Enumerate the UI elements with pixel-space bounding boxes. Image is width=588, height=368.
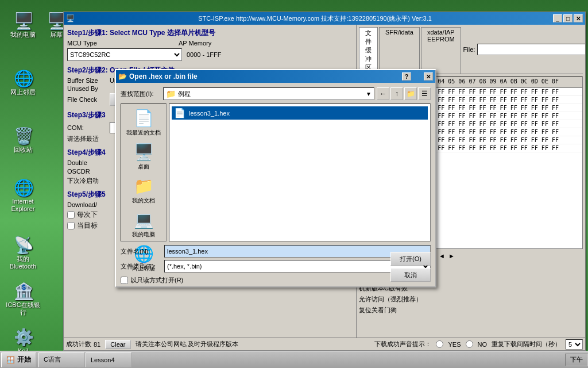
dialog-toolbar-buttons: ← ↑ 📁 ☰: [377, 87, 431, 100]
up-button[interactable]: ↑: [390, 87, 403, 100]
filetype-label: 文件类型(T):: [121, 262, 161, 271]
readonly-checkbox[interactable]: [121, 277, 128, 284]
dialog-body: 📄 我最近的文档 🖥️ 桌面 📁 我的文档 💻: [121, 103, 431, 241]
dialog-icon: 📂: [118, 72, 127, 80]
file-name: lesson3_1.hex: [189, 110, 230, 117]
file-dialog: 📂 Open .hex or .bin file ? ✕ 查找范围(I): 📁 …: [115, 69, 436, 288]
current-folder-display: 📁 例程 ▼: [163, 87, 374, 100]
back-button[interactable]: ←: [377, 87, 389, 100]
my-docs-icon: 📁: [134, 177, 154, 195]
readonly-label: 以只读方式打开(R): [130, 276, 183, 285]
dialog-toolbar: 查找范围(I): 📁 例程 ▼ ← ↑ 📁 ☰: [121, 87, 431, 100]
filename-row: 文件名(N):: [121, 245, 431, 258]
file-list[interactable]: 📄 lesson3_1.hex: [169, 103, 431, 241]
view-button[interactable]: ☰: [418, 87, 431, 100]
nav-desktop[interactable]: 🖥️ 桌面: [122, 140, 165, 173]
list-item[interactable]: 📄 lesson3_1.hex: [172, 106, 428, 120]
filename-label: 文件名(N):: [121, 247, 161, 256]
dialog-title: Open .hex or .bin file: [129, 72, 198, 80]
dialog-titlebar: 📂 Open .hex or .bin file ? ✕: [116, 70, 435, 83]
recent-docs-label: 我最近的文档: [126, 129, 161, 137]
dialog-sidebar: 📄 我最近的文档 🖥️ 桌面 📁 我的文档 💻: [121, 103, 167, 241]
my-computer-nav-icon: 💻: [134, 210, 154, 229]
cancel-action-button[interactable]: 取消: [390, 268, 431, 282]
new-folder-button[interactable]: 📁: [404, 87, 417, 100]
open-action-button[interactable]: 打开(O): [390, 252, 431, 266]
search-range-label: 查找范围(I):: [121, 90, 161, 98]
my-computer-nav-label: 我的电脑: [132, 231, 155, 239]
nav-my-docs[interactable]: 📁 我的文档: [122, 174, 165, 207]
nav-my-computer[interactable]: 💻 我的电脑: [122, 208, 165, 241]
my-docs-label: 我的文档: [132, 197, 155, 205]
dialog-action-buttons: 打开(O) 取消: [390, 252, 431, 282]
dialog-close-button[interactable]: ✕: [424, 72, 433, 80]
file-hex-icon: 📄: [174, 108, 185, 118]
current-folder-text: 例程: [178, 90, 191, 98]
desktop-nav-label: 桌面: [138, 163, 149, 171]
dialog-help-button[interactable]: ?: [402, 72, 411, 80]
filetype-row: 文件类型(T): (*.hex, *.bin): [121, 260, 431, 273]
nav-recent-docs[interactable]: 📄 我最近的文档: [122, 106, 165, 139]
dialog-footer: 文件名(N): 文件类型(T): (*.hex, *.bin) 以只读方式打开(…: [121, 245, 431, 285]
readonly-row: 以只读方式打开(R): [121, 276, 431, 285]
dialog-content: 查找范围(I): 📁 例程 ▼ ← ↑ 📁 ☰: [116, 83, 435, 289]
desktop: 🖥️ 我的电脑 🖥️ 屏幕 🌐 网上邻居 🗑️ 回收站 🌐 Internet E…: [0, 0, 588, 368]
recent-docs-icon: 📄: [134, 109, 154, 128]
desktop-icon: 🖥️: [134, 143, 154, 162]
dialog-overlay: 📂 Open .hex or .bin file ? ✕ 查找范围(I): 📁 …: [0, 0, 588, 368]
